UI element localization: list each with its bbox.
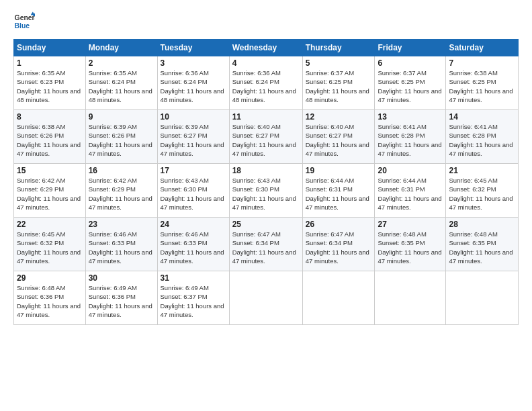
week-row-5: 29 Sunrise: 6:48 AMSunset: 6:36 PMDaylig… [14,271,519,325]
day-info: Sunrise: 6:48 AMSunset: 6:36 PMDaylight:… [17,284,81,318]
day-number: 21 [449,166,515,175]
day-info: Sunrise: 6:48 AMSunset: 6:35 PMDaylight:… [378,230,441,265]
week-row-3: 15 Sunrise: 6:42 AMSunset: 6:29 PMDaylig… [14,164,519,218]
day-cell: 5 Sunrise: 6:37 AMSunset: 6:25 PMDayligh… [302,56,375,110]
day-number: 12 [306,112,372,122]
svg-text:General: General [15,14,35,21]
day-cell [229,271,302,325]
day-cell: 14 Sunrise: 6:41 AMSunset: 6:28 PMDaylig… [446,110,519,164]
day-cell: 3 Sunrise: 6:36 AMSunset: 6:24 PMDayligh… [157,56,229,110]
day-number: 8 [17,112,83,122]
day-cell: 30 Sunrise: 6:49 AMSunset: 6:36 PMDaylig… [85,271,157,325]
day-number: 7 [449,58,515,68]
day-number: 5 [306,58,372,68]
day-cell: 28 Sunrise: 6:48 AMSunset: 6:35 PMDaylig… [446,218,519,271]
day-cell: 9 Sunrise: 6:39 AMSunset: 6:26 PMDayligh… [85,110,157,164]
day-info: Sunrise: 6:46 AMSunset: 6:33 PMDaylight:… [89,230,152,265]
day-cell: 27 Sunrise: 6:48 AMSunset: 6:35 PMDaylig… [375,218,446,271]
day-number: 23 [89,220,154,229]
day-number: 10 [161,112,226,122]
day-info: Sunrise: 6:43 AMSunset: 6:30 PMDaylight:… [232,177,296,211]
weekday-header-thursday: Thursday [302,40,375,56]
day-info: Sunrise: 6:47 AMSunset: 6:34 PMDaylight:… [306,230,369,265]
day-info: Sunrise: 6:42 AMSunset: 6:29 PMDaylight:… [89,177,152,211]
day-number: 1 [17,58,83,68]
day-number: 6 [378,58,443,68]
day-cell: 10 Sunrise: 6:39 AMSunset: 6:27 PMDaylig… [157,110,229,164]
week-row-4: 22 Sunrise: 6:45 AMSunset: 6:32 PMDaylig… [14,218,519,271]
day-info: Sunrise: 6:38 AMSunset: 6:25 PMDaylight:… [449,69,513,103]
weekday-header-saturday: Saturday [446,40,519,56]
day-cell: 1 Sunrise: 6:35 AMSunset: 6:23 PMDayligh… [14,56,86,110]
day-info: Sunrise: 6:37 AMSunset: 6:25 PMDaylight:… [306,69,369,103]
day-cell: 19 Sunrise: 6:44 AMSunset: 6:31 PMDaylig… [302,164,375,218]
weekday-header-tuesday: Tuesday [157,40,229,56]
weekday-header-friday: Friday [375,40,446,56]
weekday-header-row: SundayMondayTuesdayWednesdayThursdayFrid… [14,40,519,56]
day-cell: 2 Sunrise: 6:35 AMSunset: 6:24 PMDayligh… [85,56,157,110]
day-cell [302,271,375,325]
day-cell: 16 Sunrise: 6:42 AMSunset: 6:29 PMDaylig… [85,164,157,218]
day-cell: 7 Sunrise: 6:38 AMSunset: 6:25 PMDayligh… [446,56,519,110]
svg-text:Blue: Blue [15,22,30,30]
day-number: 30 [89,273,154,283]
week-row-2: 8 Sunrise: 6:38 AMSunset: 6:26 PMDayligh… [14,110,519,164]
weekday-header-monday: Monday [85,40,157,56]
day-cell: 18 Sunrise: 6:43 AMSunset: 6:30 PMDaylig… [229,164,302,218]
day-cell [375,271,446,325]
day-number: 25 [232,220,300,229]
day-info: Sunrise: 6:35 AMSunset: 6:24 PMDaylight:… [89,69,152,103]
day-info: Sunrise: 6:37 AMSunset: 6:25 PMDaylight:… [378,69,441,103]
logo: General Blue [13,11,38,32]
day-info: Sunrise: 6:40 AMSunset: 6:27 PMDaylight:… [306,123,369,157]
day-cell: 22 Sunrise: 6:45 AMSunset: 6:32 PMDaylig… [14,218,86,271]
day-number: 22 [17,220,83,229]
day-info: Sunrise: 6:36 AMSunset: 6:24 PMDaylight:… [232,69,296,103]
day-info: Sunrise: 6:46 AMSunset: 6:33 PMDaylight:… [161,230,224,265]
day-number: 31 [161,273,226,283]
day-number: 29 [17,273,83,283]
day-number: 13 [378,112,443,122]
day-info: Sunrise: 6:38 AMSunset: 6:26 PMDaylight:… [17,123,81,157]
day-info: Sunrise: 6:48 AMSunset: 6:35 PMDaylight:… [449,230,513,265]
day-info: Sunrise: 6:43 AMSunset: 6:30 PMDaylight:… [161,177,224,211]
day-number: 14 [449,112,515,122]
day-number: 24 [161,220,226,229]
weekday-header-sunday: Sunday [14,40,86,56]
day-info: Sunrise: 6:41 AMSunset: 6:28 PMDaylight:… [449,123,513,157]
day-cell: 25 Sunrise: 6:47 AMSunset: 6:34 PMDaylig… [229,218,302,271]
day-number: 15 [17,166,83,175]
day-cell: 26 Sunrise: 6:47 AMSunset: 6:34 PMDaylig… [302,218,375,271]
day-info: Sunrise: 6:36 AMSunset: 6:24 PMDaylight:… [161,69,224,103]
day-number: 11 [232,112,300,122]
day-cell: 11 Sunrise: 6:40 AMSunset: 6:27 PMDaylig… [229,110,302,164]
page: General Blue SundayMondayTuesdayWednesda… [0,0,532,411]
day-info: Sunrise: 6:41 AMSunset: 6:28 PMDaylight:… [378,123,441,157]
day-info: Sunrise: 6:42 AMSunset: 6:29 PMDaylight:… [17,177,81,211]
day-number: 20 [378,166,443,175]
day-number: 17 [161,166,226,175]
day-cell: 17 Sunrise: 6:43 AMSunset: 6:30 PMDaylig… [157,164,229,218]
day-number: 4 [232,58,300,68]
day-number: 28 [449,220,515,229]
day-info: Sunrise: 6:44 AMSunset: 6:31 PMDaylight:… [306,177,369,211]
day-info: Sunrise: 6:45 AMSunset: 6:32 PMDaylight:… [449,177,513,211]
day-info: Sunrise: 6:35 AMSunset: 6:23 PMDaylight:… [17,69,81,103]
week-row-1: 1 Sunrise: 6:35 AMSunset: 6:23 PMDayligh… [14,56,519,110]
day-number: 18 [232,166,300,175]
day-info: Sunrise: 6:47 AMSunset: 6:34 PMDaylight:… [232,230,296,265]
day-cell: 13 Sunrise: 6:41 AMSunset: 6:28 PMDaylig… [375,110,446,164]
day-number: 2 [89,58,154,68]
day-cell: 8 Sunrise: 6:38 AMSunset: 6:26 PMDayligh… [14,110,86,164]
day-number: 27 [378,220,443,229]
day-info: Sunrise: 6:49 AMSunset: 6:37 PMDaylight:… [161,284,224,318]
day-cell: 21 Sunrise: 6:45 AMSunset: 6:32 PMDaylig… [446,164,519,218]
day-number: 3 [161,58,226,68]
header: General Blue [13,11,519,32]
day-cell: 4 Sunrise: 6:36 AMSunset: 6:24 PMDayligh… [229,56,302,110]
weekday-header-wednesday: Wednesday [229,40,302,56]
day-cell [446,271,519,325]
day-cell: 24 Sunrise: 6:46 AMSunset: 6:33 PMDaylig… [157,218,229,271]
logo-icon: General Blue [13,11,35,32]
day-number: 9 [89,112,154,122]
